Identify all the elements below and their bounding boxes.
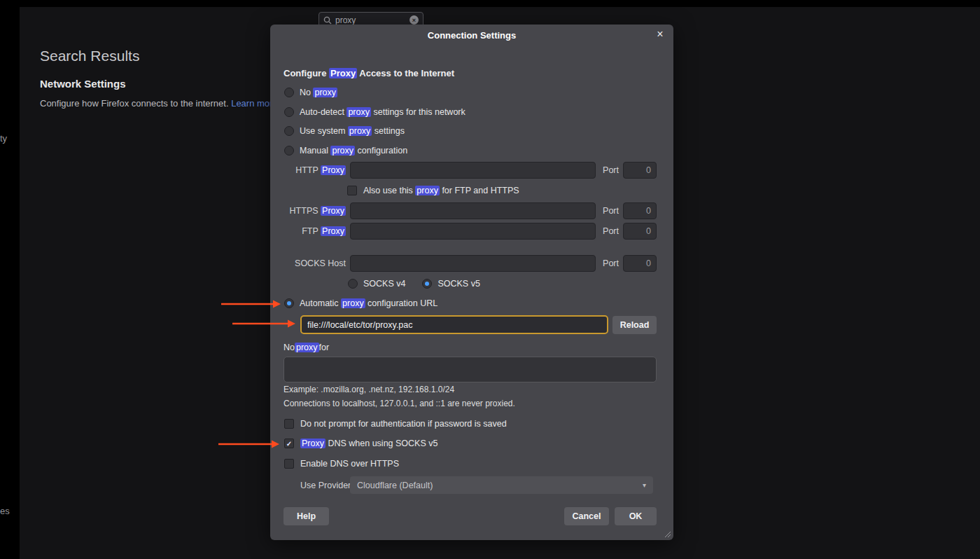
label-part: settings <box>372 126 405 136</box>
enable-doh-row: Enable DNS over HTTPS <box>284 455 399 472</box>
radio-auto-detect-proxy[interactable] <box>284 107 294 117</box>
ftp-port-input[interactable] <box>623 223 657 240</box>
localhost-note: Connections to localhost, 127.0.0.1, and… <box>284 399 515 408</box>
search-highlight: Proxy <box>300 439 326 448</box>
auto-config-url-input[interactable] <box>300 315 608 334</box>
connection-settings-dialog: Connection Settings × Configure Proxy Ac… <box>270 25 673 540</box>
resize-grip[interactable] <box>664 530 671 538</box>
https-proxy-label: HTTPS Proxy <box>284 206 346 216</box>
close-icon[interactable]: × <box>654 28 666 41</box>
cancel-button[interactable]: Cancel <box>564 507 609 525</box>
clear-search-icon[interactable]: × <box>410 15 419 25</box>
radio-manual-proxy[interactable] <box>284 146 294 156</box>
no-proxy-for-textarea[interactable] <box>284 357 657 382</box>
search-highlight: proxy <box>341 298 365 308</box>
search-highlight: Proxy <box>329 68 357 78</box>
https-port-input[interactable] <box>623 202 657 219</box>
checkbox-label: Also use this proxy for FTP and HTTPS <box>363 186 519 195</box>
search-highlight: Proxy <box>321 226 346 236</box>
label-part: for FTP and HTTPS <box>440 186 519 195</box>
http-proxy-input[interactable] <box>350 162 596 179</box>
check-icon: ✓ <box>286 440 292 448</box>
radio-row-system-proxy: Use system proxy settings <box>284 123 405 139</box>
label-part: No <box>300 88 313 97</box>
description-text: Configure how Firefox connects to the in… <box>40 98 231 109</box>
radio-row-auto-config-url: Automatic proxy configuration URL <box>284 295 438 312</box>
radio-socks-v4[interactable] <box>348 279 358 289</box>
socks-port-input[interactable] <box>623 255 657 272</box>
radio-row-auto-detect: Auto-detect proxy settings for this netw… <box>284 104 465 120</box>
search-highlight: proxy <box>295 343 319 352</box>
search-highlight: proxy <box>346 107 371 117</box>
socks-host-row: SOCKS Host Port <box>284 255 657 272</box>
screen: Search Results Network Settings Configur… <box>0 0 980 559</box>
radio-label: Automatic proxy configuration URL <box>300 298 438 308</box>
search-highlight: proxy <box>313 88 337 97</box>
proxy-dns-row: ✓ Proxy DNS when using SOCKS v5 <box>284 435 438 452</box>
checkbox-label: Proxy DNS when using SOCKS v5 <box>300 439 438 448</box>
provider-selected-value: Cloudflare (Default) <box>357 481 433 490</box>
search-icon <box>323 16 332 25</box>
radio-label: Auto-detect proxy settings for this netw… <box>300 107 465 117</box>
search-highlight: Proxy <box>321 165 346 175</box>
provider-select[interactable]: Cloudflare (Default) ▾ <box>350 476 653 494</box>
checkbox-also-use-proxy[interactable] <box>347 186 357 195</box>
port-label: Port <box>603 206 619 216</box>
use-provider-label: Use Provider <box>300 481 344 490</box>
search-input[interactable] <box>335 15 404 25</box>
reload-button[interactable]: Reload <box>612 316 657 334</box>
no-proxy-for-label: No proxy for <box>284 339 329 356</box>
provider-row: Use Provider Cloudflare (Default) ▾ <box>300 476 653 494</box>
port-label: Port <box>603 226 619 236</box>
socks-host-label: SOCKS Host <box>284 258 346 268</box>
search-highlight: Proxy <box>321 206 346 216</box>
also-use-proxy-row: Also use this proxy for FTP and HTTPS <box>347 182 519 199</box>
socks-version-row: SOCKS v4 SOCKS v5 <box>348 275 480 292</box>
label-part: DNS when using SOCKS v5 <box>326 439 438 448</box>
heading-part: Configure <box>284 68 329 78</box>
label-part: Also use this <box>363 186 415 195</box>
socks-v4-label: SOCKS v4 <box>363 279 405 289</box>
chevron-down-icon: ▾ <box>643 481 646 489</box>
socks-host-input[interactable] <box>350 255 596 272</box>
label-part: Manual <box>300 146 330 156</box>
checkbox-label: Enable DNS over HTTPS <box>300 459 399 469</box>
https-proxy-input[interactable] <box>350 202 596 219</box>
ok-button[interactable]: OK <box>615 507 657 525</box>
radio-system-proxy[interactable] <box>284 126 294 136</box>
help-button[interactable]: Help <box>284 507 329 525</box>
label-part: HTTPS <box>290 206 321 216</box>
http-proxy-label: HTTP Proxy <box>284 165 346 175</box>
dialog-title: Connection Settings <box>270 30 673 41</box>
label-part: Automatic <box>300 298 341 308</box>
radio-row-manual-proxy: Manual proxy configuration <box>284 142 407 159</box>
radio-row-no-proxy: No proxy <box>284 84 337 101</box>
http-port-input[interactable] <box>623 162 657 179</box>
checkbox-enable-doh[interactable] <box>284 459 294 469</box>
checkbox-proxy-dns-checked[interactable]: ✓ <box>284 439 294 448</box>
cutoff-text-fragment: ty <box>0 133 7 144</box>
checkbox-no-prompt-auth[interactable] <box>284 419 294 429</box>
http-proxy-row: HTTP Proxy Port <box>284 162 657 179</box>
label-part: for <box>319 343 330 352</box>
no-prompt-auth-row: Do not prompt for authentication if pass… <box>284 415 507 432</box>
ftp-proxy-label: FTP Proxy <box>284 226 346 236</box>
page-title: Search Results <box>40 48 139 64</box>
ftp-proxy-input[interactable] <box>350 223 596 240</box>
radio-auto-config-url[interactable] <box>284 298 294 308</box>
network-settings-description: Configure how Firefox connects to the in… <box>40 98 278 109</box>
search-highlight: proxy <box>330 146 355 156</box>
label-part: configuration URL <box>365 298 438 308</box>
label-part: No <box>284 343 295 352</box>
heading-part: Access to the Internet <box>357 68 454 78</box>
radio-label: Use system proxy settings <box>300 126 405 136</box>
label-part: HTTP <box>295 165 321 175</box>
https-proxy-row: HTTPS Proxy Port <box>284 202 657 219</box>
radio-label: No proxy <box>300 88 337 97</box>
radio-socks-v5[interactable] <box>422 279 432 289</box>
cutoff-text-fragment: es <box>0 506 10 516</box>
socks-v5-label: SOCKS v5 <box>438 279 479 289</box>
dialog-heading: Configure Proxy Access to the Internet <box>284 68 454 78</box>
port-label: Port <box>603 258 619 268</box>
radio-no-proxy[interactable] <box>284 88 294 97</box>
